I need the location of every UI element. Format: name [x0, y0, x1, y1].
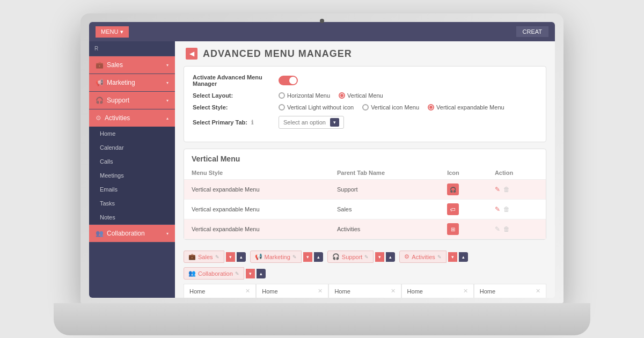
tab-marketing-edit-icon: ✎	[292, 254, 297, 260]
layout-row: Select Layout: Horizontal Menu	[193, 92, 537, 99]
tab-sales-up-btn[interactable]: ▴	[237, 252, 246, 262]
sidebar-group-sales: 💼 Sales ▾	[89, 56, 175, 74]
col3-delete-icon[interactable]: ✕	[391, 288, 396, 295]
row1-icon-display: 🎧	[447, 183, 459, 195]
tab-marketing-icon: 📢	[255, 253, 262, 260]
sidebar-subitem-notes[interactable]: Notes	[89, 210, 175, 224]
menu-button[interactable]: MENU ▾	[96, 26, 129, 38]
col1-delete-icon[interactable]: ✕	[245, 288, 250, 295]
collaboration-chevron-icon: ▾	[166, 231, 169, 236]
row1-edit-icon[interactable]: ✎	[495, 186, 500, 193]
tab-marketing[interactable]: 📢 Marketing ✎	[250, 251, 302, 263]
layout-vertical-option[interactable]: Vertical Menu	[339, 92, 383, 99]
col-parent-tab: Parent Tab Name	[330, 166, 440, 180]
primary-tab-select[interactable]: Select an option ▾	[279, 116, 344, 129]
style-expandable-option[interactable]: Vertical expandable Menu	[428, 104, 504, 111]
style-light-option[interactable]: Vertical Light without icon	[279, 104, 354, 111]
style-icon-option[interactable]: Vertical icon Menu	[362, 104, 419, 111]
col5-delete-icon[interactable]: ✕	[536, 288, 540, 295]
row1-style: Vertical expandable Menu	[184, 180, 330, 200]
tab-activities-edit-icon: ✎	[437, 254, 442, 260]
tab-sales[interactable]: 💼 Sales ✎	[184, 251, 224, 263]
primary-tab-label: Select Primary Tab: ℹ	[193, 119, 279, 126]
tab-support-icon: 🎧	[332, 253, 340, 260]
sidebar-item-activities[interactable]: ⚙ Activities ▴	[89, 109, 175, 127]
primary-tab-row: Select Primary Tab: ℹ Select an option ▾	[193, 116, 537, 129]
sidebar-subitem-home[interactable]: Home	[89, 127, 175, 141]
bottom-col-4: Home ✕	[401, 284, 474, 298]
main-content: ◀ ADVANCED MENU MANAGER Activate Advance…	[175, 41, 555, 298]
menu-label: MENU	[101, 28, 118, 35]
row1-parent: Support	[330, 180, 440, 200]
row3-edit-icon[interactable]: ✎	[495, 225, 500, 233]
sidebar-group-support: 🎧 Support ▾	[89, 92, 175, 109]
sidebar-item-support[interactable]: 🎧 Support ▾	[89, 92, 175, 109]
style-light-radio[interactable]	[279, 104, 285, 111]
sidebar-subitem-emails[interactable]: Emails	[89, 182, 175, 196]
back-button[interactable]: ◀	[186, 48, 197, 60]
camera	[320, 19, 324, 23]
row2-delete-icon[interactable]: 🗑	[503, 205, 510, 213]
activate-row: Activate Advanced Menu Manager	[193, 74, 537, 87]
tab-sales-down-btn[interactable]: ▾	[226, 252, 235, 262]
tab-marketing-up-btn[interactable]: ▴	[314, 252, 323, 262]
laptop-base	[54, 303, 590, 335]
tab-support-down-btn[interactable]: ▾	[375, 252, 384, 262]
settings-panel: Activate Advanced Menu Manager Select La…	[184, 66, 546, 142]
col-action: Action	[487, 166, 546, 180]
col-menu-style: Menu Style	[184, 166, 330, 180]
tab-support[interactable]: 🎧 Support ✎	[327, 251, 374, 263]
sales-icon: 💼	[96, 61, 104, 69]
support-chevron-icon: ▾	[166, 98, 169, 103]
row3-delete-icon[interactable]: 🗑	[503, 225, 510, 233]
layout-vertical-radio[interactable]	[339, 92, 345, 99]
row2-style: Vertical expandable Menu	[184, 200, 330, 219]
sidebar-subitem-meetings[interactable]: Meetings	[89, 168, 175, 182]
activate-label: Activate Advanced Menu Manager	[193, 74, 279, 87]
sidebar-item-collaboration[interactable]: 👥 Collaboration ▾	[89, 225, 175, 242]
tab-marketing-group: 📢 Marketing ✎ ▾ ▴	[250, 251, 323, 263]
sidebar-subitem-calls[interactable]: Calls	[89, 155, 175, 168]
col4-delete-icon[interactable]: ✕	[463, 288, 468, 295]
row1-icon: 🎧	[440, 180, 487, 200]
tab-collaboration-down-btn[interactable]: ▾	[246, 269, 255, 278]
sidebar-header: R	[89, 41, 175, 56]
vertical-menu-title: Vertical Menu	[184, 149, 546, 166]
sidebar-item-marketing[interactable]: 📢 Marketing ▾	[89, 74, 175, 91]
layout-horizontal-radio[interactable]	[279, 92, 285, 99]
style-icon-radio[interactable]	[362, 104, 369, 111]
bottom-col-5: Home ✕	[474, 284, 546, 298]
tab-sales-group: 💼 Sales ✎ ▾ ▴	[184, 251, 246, 263]
sidebar-group-collaboration: 👥 Collaboration ▾	[89, 225, 175, 243]
row1-action-icons: ✎ 🗑	[495, 186, 538, 193]
row1-action: ✎ 🗑	[487, 180, 546, 200]
row2-edit-icon[interactable]: ✎	[495, 205, 500, 213]
row3-icon-display: ⊞	[447, 223, 459, 235]
tab-activities[interactable]: ⚙ Activities ✎	[399, 251, 446, 263]
tab-support-up-btn[interactable]: ▴	[386, 252, 395, 262]
row1-delete-icon[interactable]: 🗑	[503, 186, 510, 193]
tab-marketing-down-btn[interactable]: ▾	[303, 252, 312, 262]
tab-sales-edit-icon: ✎	[215, 254, 219, 260]
tab-activities-down-btn[interactable]: ▾	[448, 252, 457, 262]
tab-collaboration[interactable]: 👥 Collaboration ✎	[184, 267, 244, 280]
sales-chevron-icon: ▾	[166, 63, 169, 68]
style-expandable-radio[interactable]	[428, 104, 434, 111]
sidebar-subitem-calendar[interactable]: Calendar	[89, 141, 175, 155]
tab-activities-up-btn[interactable]: ▴	[459, 252, 468, 262]
col2-delete-icon[interactable]: ✕	[318, 288, 323, 295]
tab-collaboration-up-btn[interactable]: ▴	[257, 269, 266, 278]
sidebar-item-sales[interactable]: 💼 Sales ▾	[89, 56, 175, 74]
app-layout: R 💼 Sales ▾	[89, 41, 555, 298]
tab-activities-group: ⚙ Activities ✎ ▾ ▴	[399, 251, 467, 263]
sidebar-subitem-tasks[interactable]: Tasks	[89, 196, 175, 210]
layout-horizontal-option[interactable]: Horizontal Menu	[279, 92, 330, 99]
page-title: ADVANCED MENU MANAGER	[203, 48, 352, 60]
collaboration-icon: 👥	[96, 230, 104, 237]
create-button[interactable]: CREAT	[516, 26, 548, 37]
marketing-chevron-icon: ▾	[166, 80, 169, 85]
vertical-menu-section: Vertical Menu Menu Style Parent Tab Name…	[184, 149, 546, 240]
sidebar-group-marketing: 📢 Marketing ▾	[89, 74, 175, 92]
top-bar: MENU ▾ CREAT	[89, 22, 555, 41]
activate-toggle[interactable]	[279, 76, 298, 85]
